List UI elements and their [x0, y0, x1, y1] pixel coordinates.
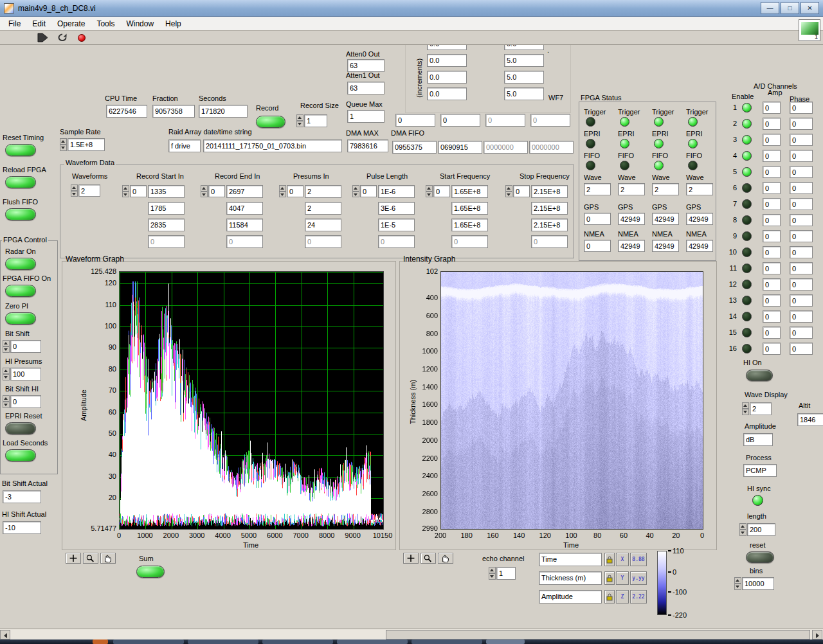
ad-enable-led[interactable] — [742, 312, 752, 321]
ad-amp-field[interactable]: 0 — [763, 118, 781, 130]
ad-amp-field[interactable]: 0 — [763, 230, 781, 242]
minimize-button[interactable]: — — [761, 2, 779, 14]
ad-phase-field[interactable]: 0 — [790, 214, 813, 226]
wfd-index-stepper[interactable] — [201, 185, 208, 197]
zoom-tool-button[interactable] — [83, 553, 98, 564]
y-autoscale-button[interactable]: Y — [616, 571, 629, 585]
ad-enable-led[interactable] — [742, 344, 752, 353]
y-format-button[interactable]: y.yy — [630, 571, 647, 585]
ad-phase-field[interactable]: 0 — [790, 343, 813, 355]
scroll-right-button[interactable] — [812, 630, 822, 640]
intensity-plot[interactable] — [440, 271, 703, 530]
wf-amplitude-field[interactable]: 5.0 — [504, 54, 544, 67]
ad-amp-field[interactable]: 0 — [763, 150, 781, 162]
run-button[interactable] — [36, 32, 50, 44]
wfd-value-field[interactable]: 0 — [378, 235, 415, 248]
echo-channel-stepper[interactable] — [489, 567, 496, 580]
wfd-value-field[interactable]: 1E-5 — [378, 219, 415, 231]
run-continuous-button[interactable] — [55, 32, 69, 44]
wf-amplitude-field[interactable]: 5.0 — [504, 87, 544, 100]
wave-display-field[interactable]: 2 — [750, 402, 772, 415]
ad-amp-field[interactable]: 0 — [763, 343, 781, 355]
bit-shift-stepper[interactable] — [3, 340, 10, 353]
pan-tool-button[interactable] — [438, 553, 453, 564]
y-axis-name-field[interactable]: Thickness (m) — [539, 571, 602, 585]
wfd-value-field[interactable]: 2697 — [226, 185, 263, 198]
menu-window[interactable]: Window — [120, 17, 159, 30]
abort-button[interactable] — [75, 32, 89, 44]
wave-display-stepper[interactable] — [742, 402, 749, 415]
wfd-value-field[interactable]: 0 — [531, 235, 568, 248]
ad-phase-field[interactable]: 0 — [790, 326, 813, 339]
length-stepper[interactable] — [739, 523, 746, 536]
wfd-index-stepper[interactable] — [352, 185, 359, 197]
bins-stepper[interactable] — [734, 577, 741, 590]
wfd-index-field[interactable]: 0 — [130, 185, 147, 197]
bins-field[interactable]: 10000 — [742, 577, 774, 590]
ad-enable-led[interactable] — [742, 151, 752, 161]
reload-fpga-button[interactable] — [5, 176, 36, 188]
ad-amp-field[interactable]: 0 — [763, 262, 781, 274]
load-seconds-button[interactable] — [5, 449, 36, 461]
x-autoscale-button[interactable]: X — [616, 553, 629, 566]
echo-channel-field[interactable]: 1 — [496, 567, 516, 580]
ad-enable-led[interactable] — [742, 103, 752, 112]
wfd-value-field[interactable]: 0 — [148, 235, 185, 248]
wfd-value-field[interactable]: 0 — [451, 235, 488, 248]
taskbar-button[interactable] — [262, 640, 333, 644]
horizontal-scrollbar[interactable] — [0, 629, 823, 640]
wfd-index-field[interactable]: 0 — [513, 185, 530, 197]
ad-phase-field[interactable]: 0 — [790, 150, 813, 162]
wfd-index-stepper[interactable] — [505, 185, 512, 197]
taskbar-button[interactable] — [113, 640, 184, 644]
ad-enable-led[interactable] — [742, 247, 752, 257]
wfd-value-field[interactable]: 2.15E+8 — [531, 202, 568, 215]
wfd-value-field[interactable]: 0 — [305, 235, 341, 248]
sample-rate-stepper[interactable] — [60, 138, 67, 151]
x-axis-name-field[interactable]: Time — [539, 553, 602, 566]
ad-amp-field[interactable]: 0 — [763, 214, 781, 226]
wfd-index-stepper[interactable] — [279, 185, 286, 197]
x-format-button[interactable]: 8.88 — [630, 553, 647, 566]
bit-shift-hi-field[interactable]: 0 — [10, 395, 41, 408]
z-axis-lock-button[interactable] — [604, 590, 615, 604]
wfd-value-field[interactable]: 2835 — [148, 219, 185, 231]
ad-phase-field[interactable]: 0 — [790, 262, 813, 274]
ad-enable-led[interactable] — [742, 264, 752, 273]
radar-on-button[interactable] — [5, 258, 36, 270]
waveform-plot[interactable] — [119, 271, 384, 530]
ad-phase-field[interactable]: 0 — [790, 182, 813, 194]
ad-phase-field[interactable]: 0 — [790, 102, 813, 114]
z-format-button[interactable]: 2.22 — [630, 590, 647, 604]
ad-phase-field[interactable]: 0 — [790, 310, 813, 323]
zero-pi-button[interactable] — [5, 312, 36, 325]
wfd-index-field[interactable]: 0 — [208, 185, 225, 197]
wf-amplitude-field[interactable]: 5.0 — [504, 71, 544, 84]
taskbar-button[interactable] — [486, 640, 525, 644]
x-axis-lock-button[interactable] — [604, 553, 615, 566]
ad-amp-field[interactable]: 0 — [763, 198, 781, 210]
wfd-value-field[interactable]: 0 — [226, 235, 263, 248]
z-axis-name-field[interactable]: Amplitude — [539, 590, 602, 604]
wfd-index-stepper[interactable] — [122, 185, 129, 197]
ad-enable-led[interactable] — [742, 183, 752, 193]
reset-button[interactable] — [746, 551, 774, 563]
ad-phase-field[interactable]: 0 — [790, 246, 813, 258]
waveforms-stepper[interactable] — [71, 184, 78, 197]
flush-fifo-button[interactable] — [5, 208, 36, 220]
ad-phase-field[interactable]: 0 — [790, 166, 813, 178]
increment-field[interactable]: 0.0 — [427, 45, 467, 50]
bit-shift-hi-stepper[interactable] — [3, 395, 10, 408]
wfd-index-field[interactable]: 0 — [360, 185, 377, 197]
ad-phase-field[interactable]: 0 — [790, 134, 813, 146]
wfd-value-field[interactable]: 1335 — [148, 185, 185, 198]
wfd-value-field[interactable]: 11584 — [226, 219, 263, 231]
menu-edit[interactable]: Edit — [26, 17, 51, 30]
ad-phase-field[interactable]: 0 — [790, 294, 813, 307]
record-size-field[interactable]: 1 — [304, 114, 327, 127]
ad-enable-led[interactable] — [742, 135, 752, 145]
wfd-value-field[interactable]: 2.15E+8 — [531, 219, 568, 231]
wfd-value-field[interactable]: 3E-6 — [378, 202, 415, 215]
maximize-button[interactable]: □ — [781, 2, 799, 14]
ad-amp-field[interactable]: 0 — [763, 246, 781, 258]
